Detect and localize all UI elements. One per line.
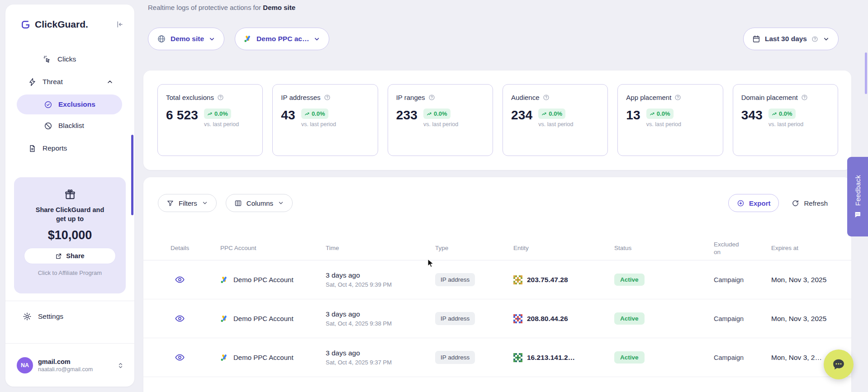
col-expires-at: Expires at [771,245,844,251]
type-badge: IP address [435,273,475,286]
globe-icon [157,34,166,43]
details-eye-button[interactable] [173,351,186,364]
stat-caption: vs. last period [646,121,681,128]
expires-at-value: Mon, Nov 3, 2025 [771,276,844,284]
logo-text: ClickGuard. [35,19,88,30]
help-icon[interactable] [674,94,681,101]
sidebar-item-label: Threat [43,78,63,86]
chevron-down-icon [823,36,830,43]
filters-button[interactable]: Filters [158,194,217,212]
stat-label: IP addresses [281,94,320,101]
stat-value: 343 [741,109,763,122]
affiliate-program-link[interactable]: Click to Affiliate Program [14,269,126,276]
stat-label: Total exclusions [166,94,214,101]
trend-up-icon [772,111,777,117]
excluded-on-value: Campaign [714,276,771,283]
delta-badge: 0.0% [538,109,565,119]
time-relative: 3 days ago [326,271,435,279]
sidebar-item-label: Reports [43,144,67,152]
eye-icon [175,353,185,362]
feedback-tab[interactable]: Feedback [847,157,868,236]
entity-identicon [513,353,522,362]
export-icon [737,199,745,207]
exclusions-table-card: Filters Columns Export Refresh Details P… [143,177,851,392]
sidebar-item-reports[interactable]: Reports [5,137,134,160]
time-absolute: Sat, Oct 4, 2025 9:39 PM [326,281,435,288]
sidebar-item-exclusions[interactable]: Exclusions [17,94,122,114]
share-button[interactable]: Share [24,248,116,264]
selectors-row: Demo site Demo PPC ac… [148,28,329,50]
details-eye-button[interactable] [173,273,186,286]
ban-icon [44,122,52,130]
refresh-icon [792,199,799,207]
col-time: Time [326,245,435,251]
date-range-selector[interactable]: Last 30 days [743,28,839,50]
help-icon[interactable] [428,94,435,101]
sidebar-collapse-button[interactable] [114,19,124,29]
sidebar-scrollbar[interactable] [131,135,133,215]
stat-domain-placement: Domain placement 343 0.0% vs. last perio… [733,84,838,156]
sidebar-item-clicks[interactable]: Clicks [5,48,134,71]
ppc-account-name: Demo PPC Account [233,276,294,283]
click-cursor-icon [43,55,52,64]
col-details: Details [171,245,220,251]
page-scrollbar[interactable] [865,52,867,94]
stat-ip-ranges: IP ranges 233 0.0% vs. last period [388,84,493,156]
subtitle-site-name: Demo site [263,4,295,11]
clickguard-logo-icon [21,19,31,30]
delta-badge: 0.0% [423,109,451,119]
stat-caption: vs. last period [301,121,336,128]
columns-icon [234,199,242,207]
avatar: NA [17,357,33,373]
share-button-label: Share [66,252,84,260]
details-eye-button[interactable] [173,312,186,325]
help-icon[interactable] [811,36,818,43]
export-button[interactable]: Export [728,194,779,212]
stat-value: 6 523 [166,109,198,122]
clickguard-logo: ClickGuard. [21,19,88,30]
stat-value: 43 [281,109,295,122]
stat-value: 13 [626,109,640,122]
trend-up-icon [650,111,655,117]
lightning-icon [28,78,37,86]
gift-icon [64,189,76,200]
google-ads-icon [220,315,228,323]
help-icon[interactable] [543,94,550,101]
chat-launcher-button[interactable] [824,349,854,379]
time-absolute: Sat, Oct 4, 2025 9:38 PM [326,320,435,327]
sidebar-item-label: Blacklist [58,122,84,130]
date-range-value: Last 30 days [765,35,807,43]
chevron-down-icon [202,200,208,206]
eye-icon [175,275,185,284]
table-row: 3 days ago [143,377,851,392]
feedback-label: Feedback [854,175,862,206]
external-link-icon [55,253,62,260]
site-selector[interactable]: Demo site [148,28,224,50]
stat-audience: Audience 234 0.0% vs. last period [503,84,608,156]
ppc-account-name: Demo PPC Account [233,354,294,361]
sidebar-item-label: Clicks [57,55,76,63]
columns-button[interactable]: Columns [226,194,293,212]
account-switcher[interactable]: NA gmail.com naatali.ro@gmail.com [5,349,134,382]
time-relative: 3 days ago [326,349,435,357]
col-entity: Entity [513,245,614,251]
divider [5,301,134,301]
refresh-button[interactable]: Refresh [788,194,831,212]
unfold-icon [117,362,124,369]
entity-value: 208.80.44.26 [527,315,568,323]
help-icon[interactable] [801,94,808,101]
status-badge: Active [614,351,645,364]
account-name: gmail.com [38,358,93,365]
stat-caption: vs. last period [204,121,239,128]
sidebar-item-blacklist[interactable]: Blacklist [17,116,122,136]
page-subtitle: Realtime logs of protective actions for … [148,4,295,11]
ppc-account-name: Demo PPC Account [233,315,294,322]
type-badge: IP address [435,312,475,325]
sidebar-item-threat[interactable]: Threat [5,71,134,93]
time-absolute: Sat, Oct 4, 2025 9:37 PM [326,359,435,366]
help-icon[interactable] [324,94,331,101]
entity-value: 16.213.141.2… [527,354,575,362]
help-icon[interactable] [217,94,224,101]
ppc-account-selector[interactable]: Demo PPC ac… [235,28,329,50]
sidebar-item-settings[interactable]: Settings [5,306,134,327]
